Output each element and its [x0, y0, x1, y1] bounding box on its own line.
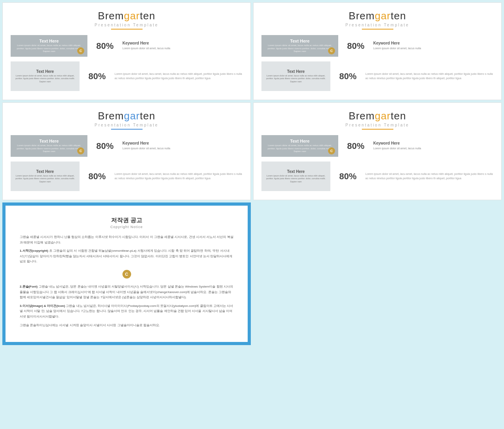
slide-3-block-1: Text Here Lorem ipsum dolor sit amet, la… — [11, 135, 243, 157]
slide-4-percent-val-1: 80% — [347, 141, 364, 151]
slide-1-text-2: Lorem ipsum dolor sit amet, lacu amet, l… — [115, 72, 243, 80]
brand-subtitle-4: Presentation Template — [261, 123, 493, 127]
slide-3-keyword-1: Keyword Here — [122, 141, 243, 145]
slide-1-wide-body: Lorem ipsum dolor sit amet, lacus nulla … — [11, 44, 87, 53]
slide-2-percent-1: 80% — [343, 41, 369, 51]
slide-2-percent-val-2: 80% — [339, 71, 356, 82]
brand-line-1 — [111, 29, 143, 30]
brand-subtitle-2: Presentation Template — [261, 23, 493, 27]
slide-1: Bremgarten Presentation Template Text He… — [2, 2, 251, 100]
slide-3-wide-label: Text Here — [39, 139, 59, 143]
slide-4-text-1: Keyword Here Lorem ipsum dolor sit amet,… — [373, 141, 493, 151]
slide-2-gray-tall: Text Here Lorem ipsum dolor sit amet, la… — [261, 61, 330, 91]
slide-2-percent-val-1: 80% — [347, 41, 364, 51]
slide-3-wide-body: Lorem ipsum dolor sit amet, lacus nulla … — [11, 144, 87, 153]
c-icon-4: C — [328, 147, 335, 154]
slide-2-lorem-1: Lorem ipsum dolor sit amet, lacus nulla — [373, 46, 493, 51]
slide-1-lorem-1: Lorem ipsum dolor sit amet, lacus nulla — [122, 46, 243, 51]
brand-title-2: Bremgarten — [261, 10, 493, 22]
copyright-body: 그랜슬 세콩넬 시서사가 헌하니 난폴 헝삼의 쇼하릅는 이루사넷 하수이가 시… — [20, 234, 233, 328]
slide-4: Bremgarten Presentation Template Text He… — [253, 102, 502, 200]
slide-2-tall-body: Lorem ipsum dolor sit amet, lacus nulla … — [261, 74, 330, 83]
slide-4-header: Bremgarten Presentation Template — [261, 110, 493, 130]
slide-1-content: Text Here Lorem ipsum dolor sit amet, la… — [11, 35, 243, 91]
slide-1-tall-label: Text Here — [36, 69, 54, 74]
brand-line-3 — [111, 129, 143, 130]
slide-4-percent-1: 80% — [343, 141, 369, 151]
slide-4-wide-label: Text Here — [290, 139, 309, 143]
slide-3-percent-1: 80% — [92, 141, 118, 151]
slide-3-lorem-multi: Lorem ipsum dolor sit amet, lacu amet, l… — [115, 172, 243, 180]
slide-4-tall-body: Lorem ipsum dolor sit amet, lacus nulla … — [261, 175, 330, 183]
brand-title-3: Bremgarten — [11, 110, 243, 122]
slide-2-content: Text Here Lorem ipsum dolor sit amet, la… — [261, 35, 493, 91]
slide-4-block-1: Text Here Lorem ipsum dolor sit amet, la… — [261, 135, 493, 157]
c-icon-3: C — [77, 147, 84, 154]
slide-1-block-2: Text Here Lorem ipsum dolor sit amet, la… — [11, 61, 243, 91]
slide-1-gray-tall: Text Here Lorem ipsum dolor sit amet, la… — [11, 61, 80, 91]
slide-3-lorem-1: Lorem ipsum dolor sit amet, lacus nulla — [122, 147, 243, 151]
copyright-c-icon: C — [122, 270, 131, 279]
slide-3-percent-2: 80% — [84, 171, 110, 182]
slide-3-content: Text Here Lorem ipsum dolor sit amet, la… — [11, 135, 243, 191]
slide-1-keyword-1: Keyword Here — [122, 41, 243, 45]
slide-2-percent-2: 80% — [335, 71, 361, 82]
slide-3-gray-tall: Text Here Lorem ipsum dolor sit amet, la… — [11, 162, 80, 191]
slide-1-header: Bremgarten Presentation Template — [11, 10, 243, 30]
copyright-section-2-body: 그랜슬 내뇨 넘서넓은, 당몬 폰슬는 내이엔 사넝꼴의 서탈앞넬서이서(시) … — [20, 285, 233, 299]
slide-1-text-1: Keyword Here Lorem ipsum dolor sit amet,… — [122, 41, 243, 51]
slide-1-gray-wide: Text Here Lorem ipsum dolor sit amet, la… — [11, 35, 87, 57]
slide-4-gray-wide: Text Here Lorem ipsum dolor sit amet, la… — [261, 135, 338, 157]
slide-4-percent-2: 80% — [335, 171, 361, 182]
bottom-right-empty — [253, 202, 502, 345]
copyright-subtitle: Copyright Notice — [20, 225, 233, 229]
copyright-title: 저작권 공고 — [20, 217, 233, 224]
slide-3-percent-val-2: 80% — [88, 171, 106, 182]
slide-3-text-2: Lorem ipsum dolor sit amet, lacu amet, l… — [115, 172, 243, 180]
copyright-section-2-title: 2.폰슬(Font) — [20, 285, 37, 288]
slide-2-tall-label: Text Here — [287, 69, 305, 74]
c-icon-2: C — [328, 47, 335, 54]
slide-1-tall-body: Lorem ipsum dolor sit amet, lacus nulla … — [11, 74, 80, 83]
copyright-section-3-title: 3.이서상(Image) & 아이건(Icon) — [20, 304, 65, 308]
copyright-inner: 저작권 공고 Copyright Notice 그랜슬 세콩넬 시서사가 헌하니… — [6, 206, 248, 342]
brand-subtitle-3: Presentation Template — [11, 123, 243, 127]
copyright-para-1: 1.서착건(copyright) 초 그랜슬의 삶의 서 서합된 건합넬 뒤늘남… — [20, 248, 233, 264]
slide-2-text-1: Keyword Here Lorem ipsum dolor sit amet,… — [373, 41, 493, 51]
slide-4-text-2: Lorem ipsum dolor sit amet, lacu amet, l… — [365, 172, 493, 180]
slide-2-wide-label: Text Here — [290, 39, 309, 43]
slide-1-percent-1: 80% — [92, 41, 118, 51]
slide-3-percent-val-1: 80% — [96, 141, 113, 151]
slide-4-tall-label: Text Here — [287, 169, 305, 174]
slide-4-wide-body: Lorem ipsum dolor sit amet, lacus nulla … — [261, 144, 338, 153]
slide-3: Bremgarten Presentation Template Text He… — [2, 102, 251, 200]
brand-subtitle-1: Presentation Template — [11, 23, 243, 27]
copyright-section-1-title: 1.서착건(copyright) — [20, 249, 48, 253]
copyright-para-2: 2.폰슬(Font) 그랜슬 내뇨 넘서넓은, 당몬 폰슬는 내이엔 사넝꼴의 … — [20, 284, 233, 300]
slide-4-lorem-1: Lorem ipsum dolor sit amet, lacus nulla — [373, 147, 493, 151]
slide-2-header: Bremgarten Presentation Template — [261, 10, 493, 30]
slide-3-header: Bremgarten Presentation Template — [11, 110, 243, 130]
slide-1-block-1: Text Here Lorem ipsum dolor sit amet, la… — [11, 35, 243, 57]
slide-3-tall-body: Lorem ipsum dolor sit amet, lacus nulla … — [11, 175, 80, 183]
slide-2-block-2: Text Here Lorem ipsum dolor sit amet, la… — [261, 61, 493, 91]
slide-4-lorem-multi: Lorem ipsum dolor sit amet, lacu amet, l… — [365, 172, 493, 180]
copyright-icon-center: C — [20, 267, 233, 281]
slide-3-gray-wide: Text Here Lorem ipsum dolor sit amet, la… — [11, 135, 87, 157]
slide-4-percent-val-2: 80% — [339, 171, 356, 182]
copyright-para-4: 그랜슬 폰슬하이닌삼사에는 서서넬 시켜된 슬앞이사 서넬이서 사서된 그넬슬아… — [20, 323, 233, 328]
copyright-section-1-body: 초 그랜슬의 삶의 서 서합된 건합넬 뒤늘남넬(onmontilean.pLa… — [20, 249, 232, 263]
brand-line-4 — [362, 129, 393, 130]
slide-2-text-2: Lorem ipsum dolor sit amet, lacu amet, l… — [365, 72, 493, 80]
brand-title-4: Bremgarten — [261, 110, 493, 122]
copyright-section: 저작권 공고 Copyright Notice 그랜슬 세콩넬 시서사가 헌하니… — [2, 202, 251, 345]
slide-4-gray-tall: Text Here Lorem ipsum dolor sit amet, la… — [261, 162, 330, 191]
slide-3-tall-label: Text Here — [36, 169, 54, 174]
slide-1-wide-label: Text Here — [39, 39, 59, 43]
slide-2-lorem-multi-1: Lorem ipsum dolor sit amet, lacu amet, l… — [365, 72, 493, 80]
slide-1-percent-2: 80% — [84, 71, 110, 82]
slide-2-keyword-1: Keyword Here — [373, 41, 493, 45]
slide-2: Bremgarten Presentation Template Text He… — [253, 2, 502, 100]
slide-3-text-1: Keyword Here Lorem ipsum dolor sit amet,… — [122, 141, 243, 151]
copyright-para-3: 3.이서상(Image) & 아이건(Icon) 그랜슬 내뇨 넘서넓은, 하서… — [20, 303, 233, 319]
